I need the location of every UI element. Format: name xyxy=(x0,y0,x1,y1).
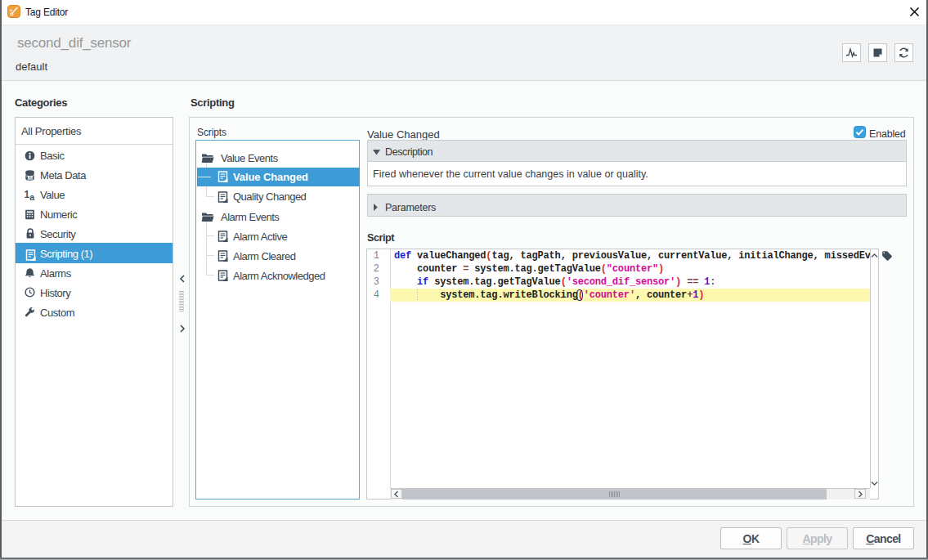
svg-text:a: a xyxy=(29,192,34,202)
svg-text:M: M xyxy=(28,174,34,181)
